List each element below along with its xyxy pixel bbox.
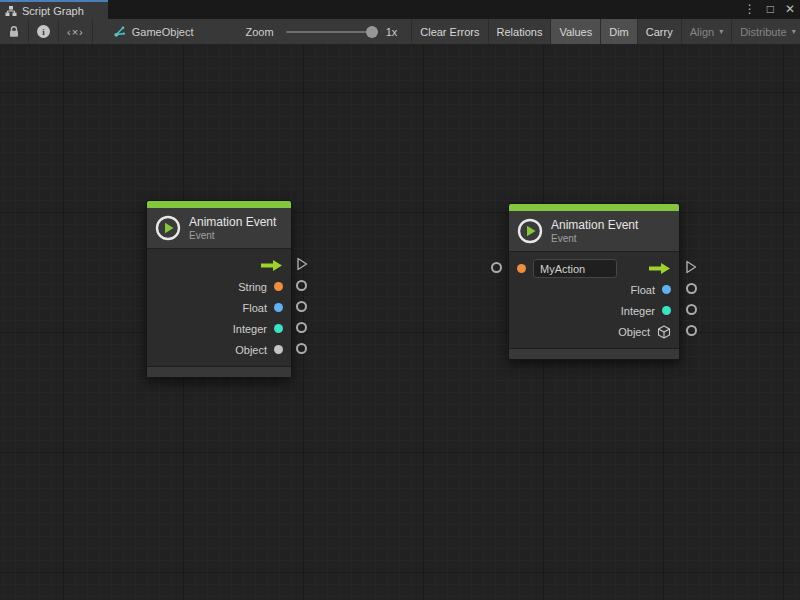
graph-canvas[interactable]: Animation Event Event String Float Integ… [0, 45, 800, 600]
node-footer [509, 348, 679, 359]
float-type-dot [274, 303, 283, 312]
zoom-value: 1x [386, 26, 398, 38]
carry-toggle[interactable]: Carry [638, 19, 682, 44]
script-graph-window: { "colors": { "node_accent_green": "#84C… [0, 0, 800, 600]
dim-toggle[interactable]: Dim [601, 19, 638, 44]
port-row-integer: Integer [509, 300, 679, 321]
lock-icon [8, 25, 20, 38]
object-output-port[interactable] [686, 325, 697, 336]
port-label: Object [618, 326, 650, 338]
gameobject-context[interactable]: GameObject [107, 19, 200, 44]
node-color-bar [509, 204, 679, 211]
node-title: Animation Event [189, 215, 276, 230]
port-row-integer: Integer [147, 318, 291, 339]
window-controls: ⋮ □ ✕ [744, 1, 795, 17]
event-play-icon [517, 218, 543, 244]
node-subtitle: Event [189, 230, 276, 242]
clear-errors-button[interactable]: Clear Errors [411, 19, 488, 44]
node-header: Animation Event Event [509, 211, 679, 252]
event-play-icon [155, 215, 181, 241]
flow-output-port[interactable] [685, 260, 697, 274]
port-label: Integer [233, 323, 267, 335]
zoom-label: Zoom [246, 26, 274, 38]
port-label: Float [243, 302, 267, 314]
tab-script-graph[interactable]: Script Graph [0, 0, 108, 19]
object-output-port[interactable] [296, 343, 307, 354]
window-close-icon[interactable]: ✕ [785, 1, 795, 17]
node-animation-event-1[interactable]: Animation Event Event String Float Integ… [146, 200, 292, 378]
graph-toolbar: i ‹×› GameObject Zoom 1x Clear Errors Re… [0, 19, 800, 45]
integer-output-port[interactable] [296, 322, 307, 333]
float-type-dot [662, 285, 671, 294]
string-output-port[interactable] [296, 280, 307, 291]
string-type-dot [274, 282, 283, 291]
node-subtitle: Event [551, 233, 638, 245]
port-label: Object [235, 344, 267, 356]
inspector-button[interactable]: i [29, 19, 59, 44]
node-title: Animation Event [551, 218, 638, 233]
object-type-dot [274, 345, 283, 354]
flow-arrow-icon [648, 262, 671, 275]
object-cube-icon [657, 325, 671, 339]
carry-label: Carry [646, 26, 673, 38]
port-label: Float [631, 284, 655, 296]
event-name-input[interactable] [533, 259, 617, 278]
align-label: Align [690, 26, 714, 38]
lock-button[interactable] [0, 19, 29, 44]
info-icon: i [37, 25, 50, 38]
port-label: Integer [621, 305, 655, 317]
float-output-port[interactable] [296, 301, 307, 312]
string-input-port[interactable] [491, 262, 502, 273]
dim-label: Dim [609, 26, 629, 38]
integer-type-dot [662, 306, 671, 315]
values-label: Values [559, 26, 592, 38]
flow-arrow-wrap [648, 262, 671, 275]
node-color-bar [147, 201, 291, 208]
port-label: String [238, 281, 267, 293]
flow-arrow-icon [260, 259, 283, 272]
chevron-down-icon: ▾ [719, 27, 723, 36]
gameobject-icon [113, 25, 126, 38]
relations-button[interactable]: Relations [489, 19, 552, 44]
flow-output-port[interactable] [296, 257, 308, 271]
chevron-down-icon: ▾ [792, 27, 796, 36]
node-body: Float Integer Object [509, 252, 679, 348]
relations-label: Relations [497, 26, 543, 38]
name-input-row [509, 258, 679, 279]
float-output-port[interactable] [686, 283, 697, 294]
port-row-float: Float [147, 297, 291, 318]
flow-output-row [147, 255, 291, 276]
port-row-object: Object [147, 339, 291, 360]
port-row-object: Object [509, 321, 679, 342]
node-body: String Float Integer Object [147, 249, 291, 366]
clear-errors-label: Clear Errors [420, 26, 479, 38]
node-header: Animation Event Event [147, 208, 291, 249]
window-maximize-icon[interactable]: □ [767, 1, 774, 17]
distribute-label: Distribute [740, 26, 786, 38]
integer-type-dot [274, 324, 283, 333]
tab-bar: Script Graph ⋮ □ ✕ [0, 0, 800, 19]
tab-title: Script Graph [22, 5, 84, 17]
distribute-dropdown[interactable]: Distribute ▾ [732, 19, 800, 44]
graph-hierarchy-icon [5, 5, 17, 17]
zoom-slider-handle[interactable] [366, 26, 378, 38]
gameobject-label: GameObject [132, 26, 194, 38]
node-footer [147, 366, 291, 377]
zoom-slider[interactable] [286, 31, 374, 33]
socket-icon: ‹×› [67, 26, 84, 38]
graph-socket-button[interactable]: ‹×› [59, 19, 93, 44]
integer-output-port[interactable] [686, 304, 697, 315]
node-animation-event-2[interactable]: Animation Event Event Float Integer [508, 203, 680, 360]
string-type-dot [517, 264, 526, 273]
align-dropdown[interactable]: Align ▾ [682, 19, 732, 44]
values-toggle[interactable]: Values [551, 19, 601, 44]
zoom-control: Zoom 1x [200, 19, 404, 44]
port-row-string: String [147, 276, 291, 297]
window-menu-icon[interactable]: ⋮ [744, 1, 756, 17]
port-row-float: Float [509, 279, 679, 300]
